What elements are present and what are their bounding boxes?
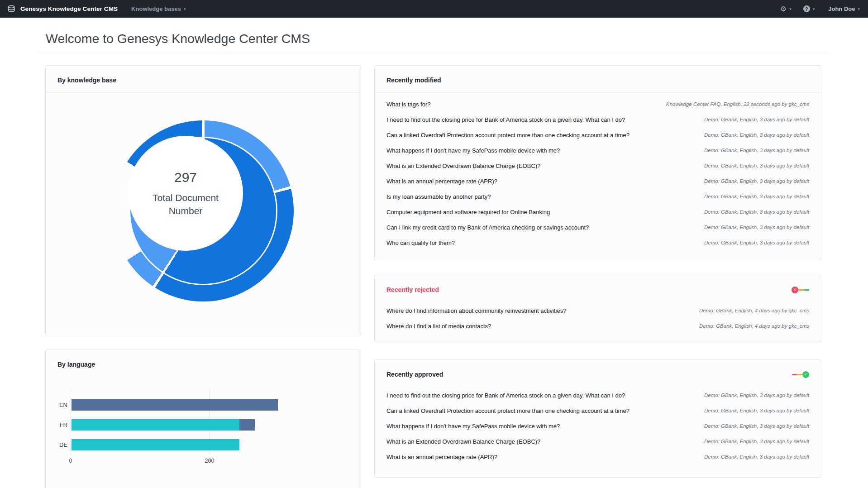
document-question-link[interactable]: What happens if I don't have my SafePass…: [386, 423, 560, 430]
document-meta: Demo: GBank, English, 3 days ago by defa…: [695, 225, 809, 230]
document-question-link[interactable]: What is an Extended Overdrawn Balance Ch…: [386, 438, 540, 445]
card-by-knowledge-base: By knowledge base 297 Total Document Num…: [45, 65, 361, 336]
document-meta: Demo: GBank, English, 3 days ago by defa…: [695, 117, 809, 122]
document-meta: Demo: GBank, English, 4 days ago by gkc_…: [690, 323, 809, 329]
card-title-by-knowledge-base: By knowledge base: [57, 77, 116, 84]
knowledge-base-donut-chart[interactable]: 297 Total Document Number: [113, 120, 294, 301]
document-meta: Demo: GBank, English, 3 days ago by defa…: [695, 423, 809, 429]
document-question-link[interactable]: Can a linked Overdraft Protection accoun…: [386, 407, 630, 414]
gear-icon: ⚙: [780, 5, 787, 13]
document-row[interactable]: Can a linked Overdraft Protection accoun…: [386, 127, 809, 143]
document-question-link[interactable]: What is an Extended Overdrawn Balance Ch…: [386, 163, 540, 169]
card-title-recently-modified: Recently modified: [386, 77, 441, 84]
app-brand-title: Genesys Knowledge Center CMS: [20, 5, 118, 12]
user-name: John Doe: [828, 5, 855, 12]
category-label-en: EN: [50, 402, 67, 408]
approved-check-icon: ✓: [802, 371, 809, 378]
document-meta: Demo: GBank, English, 4 days ago by gkc_…: [690, 308, 809, 313]
question-circle-icon: ?: [803, 5, 810, 12]
x-tick-label: 200: [200, 458, 219, 464]
document-row[interactable]: What is an Extended Overdrawn Balance Ch…: [386, 158, 809, 173]
document-question-link[interactable]: Where do I find a list of media contacts…: [386, 323, 491, 330]
card-recently-modified: Recently modified What is tags for? Know…: [374, 65, 821, 260]
document-question-link[interactable]: I need to find out the closing price for…: [386, 116, 625, 123]
document-question-link[interactable]: Can a linked Overdraft Protection accoun…: [386, 132, 630, 139]
bar-segment-slate: [239, 419, 255, 431]
document-question-link[interactable]: What happens if I don't have my SafePass…: [386, 147, 560, 154]
document-meta: Demo: GBank, English, 3 days ago by defa…: [695, 163, 809, 168]
approved-icon: ✓: [792, 371, 809, 378]
rejected-icon: ✕: [792, 287, 809, 293]
document-meta: Demo: GBank, English, 3 days ago by defa…: [695, 178, 809, 184]
document-row[interactable]: What is an annual percentage rate (APR)?…: [386, 173, 809, 189]
top-navbar: Genesys Knowledge Center CMS Knowledge b…: [0, 0, 868, 18]
document-question-link[interactable]: I need to find out the closing price for…: [386, 392, 625, 399]
document-question-link[interactable]: What is tags for?: [386, 101, 431, 108]
card-by-language: By language 0200ENFRDE: [45, 349, 361, 488]
settings-button[interactable]: ⚙ ▾: [780, 5, 792, 13]
document-row[interactable]: What is an annual percentage rate (APR)?…: [386, 449, 809, 464]
document-row[interactable]: What is an Extended Overdrawn Balance Ch…: [386, 434, 809, 449]
document-row[interactable]: What happens if I don't have my SafePass…: [386, 143, 809, 158]
document-row[interactable]: What happens if I don't have my SafePass…: [386, 418, 809, 434]
recently-rejected-list: Where do I find information about commun…: [375, 302, 821, 338]
document-question-link[interactable]: What is an annual percentage rate (APR)?: [386, 178, 497, 185]
bar-row-fr[interactable]: [72, 419, 255, 431]
card-recently-approved: Recently approved ✓ I need to find out t…: [374, 359, 821, 478]
document-meta: Demo: GBank, English, 3 days ago by defa…: [695, 408, 809, 413]
document-row[interactable]: Can I link my credit card to my Bank of …: [386, 220, 809, 235]
document-question-link[interactable]: Can I link my credit card to my Bank of …: [386, 224, 589, 231]
document-row[interactable]: Computer equipment and software required…: [386, 204, 809, 220]
total-document-number-value: 297: [174, 170, 197, 185]
document-row[interactable]: Is my loan assumable by another party? D…: [386, 189, 809, 204]
rejected-x-icon: ✕: [792, 287, 798, 293]
donut-center: 297 Total Document Number: [128, 136, 243, 251]
document-row[interactable]: Where do I find a list of media contacts…: [386, 318, 809, 334]
user-menu[interactable]: John Doe ▾: [828, 5, 860, 12]
card-title-by-language: By language: [57, 361, 95, 368]
database-stack-icon: [6, 4, 16, 14]
document-row[interactable]: Where do I find information about commun…: [386, 303, 809, 318]
document-meta: Demo: GBank, English, 3 days ago by defa…: [695, 148, 809, 153]
document-meta: Demo: GBank, English, 3 days ago by defa…: [695, 454, 809, 459]
card-title-recently-approved: Recently approved: [386, 371, 443, 378]
document-meta: Demo: GBank, English, 3 days ago by defa…: [695, 194, 809, 199]
document-row[interactable]: I need to find out the closing price for…: [386, 112, 809, 127]
recently-approved-list: I need to find out the closing price for…: [375, 387, 821, 469]
bar-segment-teal: [72, 439, 239, 450]
page-content: Welcome to Genesys Knowledge Center CMS …: [0, 31, 868, 488]
x-gridline: [71, 389, 71, 454]
document-row[interactable]: What is tags for? Knowledge Center FAQ, …: [386, 96, 809, 112]
x-tick-label: 0: [61, 458, 81, 464]
recently-modified-list: What is tags for? Knowledge Center FAQ, …: [375, 93, 821, 255]
document-meta: Demo: GBank, English, 3 days ago by defa…: [695, 392, 809, 398]
chevron-down-icon: ▾: [789, 7, 792, 11]
document-question-link[interactable]: Where do I find information about commun…: [386, 307, 566, 314]
document-row[interactable]: Who can qualify for them? Demo: GBank, E…: [386, 235, 809, 250]
document-question-link[interactable]: Who can qualify for them?: [386, 239, 455, 246]
document-meta: Demo: GBank, English, 3 days ago by defa…: [695, 240, 809, 245]
page-title: Welcome to Genesys Knowledge Center CMS: [46, 31, 829, 46]
chevron-down-icon: ▾: [813, 7, 815, 11]
bar-row-de[interactable]: [72, 439, 239, 450]
document-question-link[interactable]: What is an annual percentage rate (APR)?: [386, 454, 497, 460]
nav-knowledge-bases[interactable]: Knowledge bases ▾: [131, 5, 186, 12]
document-row[interactable]: I need to find out the closing price for…: [386, 388, 809, 403]
category-label-de: DE: [50, 441, 67, 448]
title-divider: [39, 53, 829, 53]
document-meta: Demo: GBank, English, 3 days ago by defa…: [695, 209, 809, 215]
help-button[interactable]: ? ▾: [803, 5, 815, 12]
bar-segment-slate: [72, 399, 278, 411]
bar-segment-teal: [72, 419, 239, 431]
document-question-link[interactable]: Computer equipment and software required…: [386, 209, 550, 215]
card-title-recently-rejected: Recently rejected: [386, 286, 439, 293]
document-meta: Demo: GBank, English, 3 days ago by defa…: [695, 439, 809, 444]
document-meta: Knowledge Center FAQ, English, 22 second…: [657, 101, 809, 107]
card-recently-rejected: Recently rejected ✕ Where do I find info…: [374, 275, 821, 342]
document-row[interactable]: Can a linked Overdraft Protection accoun…: [386, 403, 809, 418]
chevron-down-icon: ▾: [184, 7, 186, 11]
total-document-number-label: Total Document Number: [135, 191, 237, 217]
document-question-link[interactable]: Is my loan assumable by another party?: [386, 193, 491, 200]
category-label-fr: FR: [50, 421, 67, 428]
bar-row-en[interactable]: [72, 399, 278, 411]
